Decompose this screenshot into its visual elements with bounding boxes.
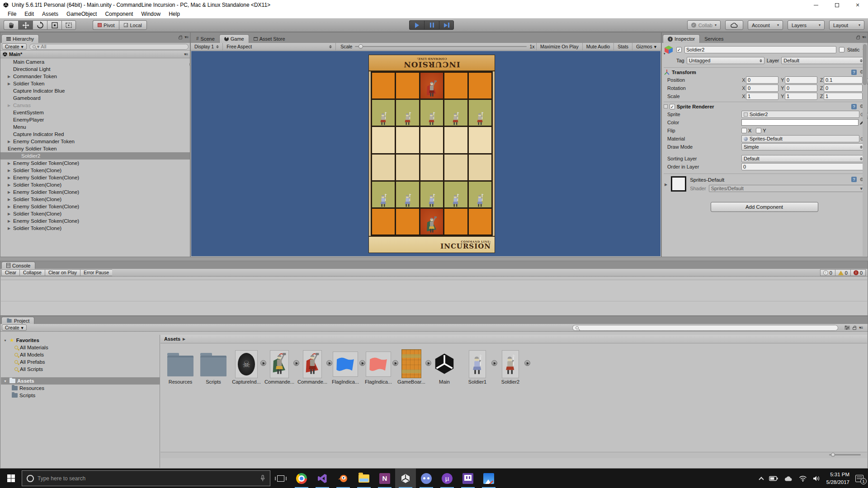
hierarchy-item[interactable]: ▶Capture Indicator Blue <box>0 87 190 94</box>
asset-main-scene[interactable]: Main <box>430 349 459 385</box>
console-log-area[interactable] <box>1 280 867 315</box>
add-component-button[interactable]: Add Component <box>711 202 818 212</box>
console-error-pause-button[interactable]: Error Pause <box>80 269 112 276</box>
console-clear-button[interactable]: Clear <box>1 269 19 276</box>
lock-icon[interactable] <box>853 327 856 330</box>
rotation-y-field[interactable] <box>785 84 817 92</box>
asset-commander-red[interactable]: Commande... <box>298 349 327 385</box>
flip-x-checkbox[interactable] <box>741 128 747 133</box>
breadcrumb[interactable]: Assets▶ <box>160 335 867 343</box>
material-object-field[interactable]: Sprites-Default <box>741 135 859 142</box>
asset-grid-scrollbar[interactable] <box>160 452 867 458</box>
console-clear-on-play-button[interactable]: Clear on Play <box>45 269 80 276</box>
asset-flag-red[interactable]: FlagIndica... <box>364 349 393 385</box>
asset-commander-blue[interactable]: Commande... <box>265 349 294 385</box>
hierarchy-item[interactable]: ▶Soldier Token(Clone) <box>0 210 190 217</box>
tab-game[interactable]: Game <box>219 34 249 43</box>
tab-project[interactable]: Project <box>1 317 34 324</box>
hierarchy-create-button[interactable]: Create▾ <box>2 43 27 50</box>
project-create-button[interactable]: Create▾ <box>2 324 27 331</box>
hierarchy-item[interactable]: ▶Soldier Token(Clone) <box>0 167 190 174</box>
maximize-on-play-button[interactable]: Maximize On Play <box>536 43 582 50</box>
layers-dropdown[interactable]: Layers▾ <box>788 20 825 30</box>
hierarchy-item[interactable]: ▶EventSystem <box>0 109 190 116</box>
panel-menu-icon[interactable]: ▾≡ <box>862 35 866 39</box>
hierarchy-item[interactable]: ▶Soldier Token <box>0 80 190 87</box>
task-view-button[interactable] <box>270 469 291 488</box>
mute-audio-button[interactable]: Mute Audio <box>582 43 614 50</box>
favorite-all-prefabs[interactable]: All Prefabs <box>1 358 160 366</box>
icon-size-slider[interactable] <box>829 454 861 455</box>
close-button[interactable]: ✕ <box>847 0 868 10</box>
hierarchy-item[interactable]: ▶Menu <box>0 123 190 131</box>
volume-icon[interactable] <box>813 475 821 482</box>
hierarchy-item[interactable]: ▶EnemyPlayer <box>0 116 190 123</box>
taskbar-search-input[interactable]: Type here to search <box>22 470 270 486</box>
icon-size-slider-thumb[interactable] <box>831 453 835 457</box>
asset-capture-indicator[interactable]: ☠CaptureInd... <box>232 349 261 385</box>
menu-file[interactable]: File <box>4 11 20 17</box>
game-viewport[interactable]: INCURSION COMMAND LINE: <box>191 51 660 256</box>
taskbar-app-photos[interactable] <box>478 469 499 488</box>
expand-sprite-button[interactable] <box>524 360 530 366</box>
tree-item-scripts[interactable]: Scripts <box>1 392 160 399</box>
rotation-x-field[interactable] <box>746 84 778 92</box>
scale-y-field[interactable] <box>785 93 817 100</box>
favorite-all-scripts[interactable]: All Scripts <box>1 366 160 373</box>
aspect-dropdown[interactable]: Free Aspect <box>223 43 336 50</box>
hierarchy-item[interactable]: ▶Soldier Token(Clone) <box>0 225 190 232</box>
project-search-field[interactable] <box>580 325 835 330</box>
hierarchy-item[interactable]: ▶Main Camera <box>0 58 190 66</box>
sorting-layer-dropdown[interactable]: Default <box>741 155 865 162</box>
play-button[interactable] <box>409 20 424 30</box>
taskbar-app-unity[interactable] <box>395 469 416 488</box>
menu-window[interactable]: Window <box>137 11 165 17</box>
draw-mode-dropdown[interactable]: Simple <box>741 143 865 150</box>
console-info-toggle[interactable]: !0 <box>820 269 835 276</box>
panel-menu-icon[interactable]: ▾≡ <box>859 325 863 330</box>
step-button[interactable] <box>439 20 454 30</box>
layout-dropdown[interactable]: Layout▾ <box>829 20 864 30</box>
hierarchy-item[interactable]: ▶Directional Light <box>0 66 190 73</box>
component-enabled-checkbox[interactable]: ✓ <box>670 104 675 109</box>
help-icon[interactable]: ? <box>851 70 857 75</box>
tree-item-resources[interactable]: Resources <box>1 385 160 392</box>
menu-component[interactable]: Component <box>101 11 137 17</box>
action-center-button[interactable]: 1 <box>855 475 863 482</box>
display-dropdown[interactable]: Display 1 <box>191 43 223 50</box>
start-button[interactable] <box>0 469 22 488</box>
move-tool-button[interactable] <box>18 20 33 30</box>
account-dropdown[interactable]: Account▾ <box>748 20 783 30</box>
hierarchy-item[interactable]: ▶Enemy Soldier Token(Clone) <box>0 217 190 225</box>
microphone-icon[interactable] <box>260 474 265 482</box>
favorite-all-materials[interactable]: All Materials <box>1 344 160 351</box>
taskbar-app-twitch[interactable] <box>458 469 478 488</box>
position-y-field[interactable] <box>785 76 817 84</box>
hierarchy-item[interactable]: ▶Soldier Token(Clone) <box>0 196 190 203</box>
favorite-all-models[interactable]: All Models <box>1 351 160 358</box>
tray-expand-icon[interactable] <box>759 477 764 482</box>
lock-icon[interactable] <box>856 37 860 39</box>
expand-arrow-icon[interactable]: ▶ <box>665 183 667 192</box>
flip-y-checkbox[interactable] <box>756 128 761 133</box>
menu-gameobject[interactable]: GameObject <box>62 11 101 17</box>
taskbar-app-visual-studio[interactable] <box>312 469 333 488</box>
collab-button[interactable]: ✓Collab▾ <box>687 20 721 30</box>
hand-tool-button[interactable] <box>4 20 18 30</box>
asset-flag-blue[interactable]: FlagIndica... <box>331 349 360 385</box>
hierarchy-item[interactable]: ▶Enemy Soldier Token(Clone) <box>0 174 190 181</box>
asset-resources[interactable]: Resources <box>166 349 195 385</box>
hierarchy-item[interactable]: ▶Gameboard <box>0 94 190 102</box>
tab-asset-store[interactable]: Asset Store <box>249 34 290 43</box>
sliders-icon[interactable] <box>844 325 850 330</box>
taskbar-app-blender[interactable] <box>333 469 354 488</box>
scale-z-field[interactable] <box>824 93 863 100</box>
cloud-button[interactable] <box>725 20 743 30</box>
menu-assets[interactable]: Assets <box>38 11 62 17</box>
order-in-layer-field[interactable] <box>741 163 865 170</box>
scene-menu-icon[interactable]: ▾≡ <box>184 52 188 56</box>
help-icon[interactable]: ? <box>851 177 857 182</box>
prefab-caret-icon[interactable]: ▾ <box>664 52 665 56</box>
rotation-z-field[interactable] <box>824 84 863 92</box>
inspector-scrollbar[interactable] <box>863 43 867 256</box>
